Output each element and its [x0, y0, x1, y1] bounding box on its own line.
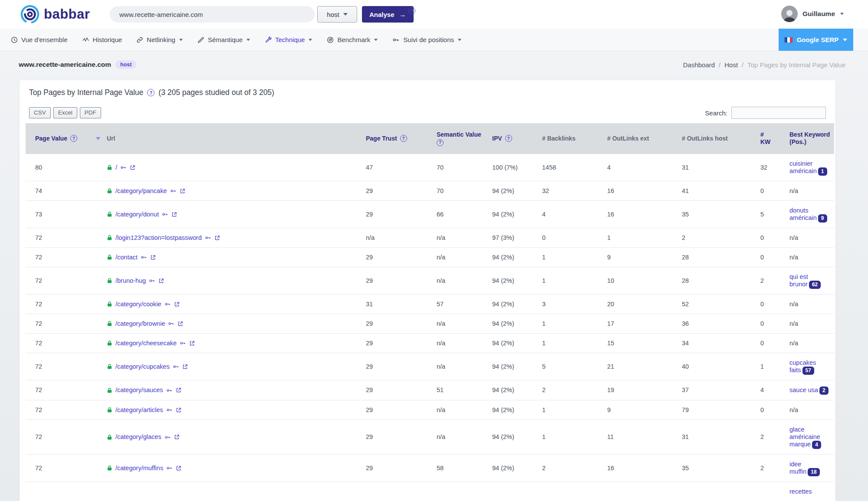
user-menu[interactable]: Guillaume: [781, 6, 844, 22]
help-icon[interactable]: ?: [70, 135, 77, 142]
url-link[interactable]: /: [115, 164, 117, 171]
key-icon[interactable]: [168, 321, 174, 327]
help-icon[interactable]: ?: [505, 135, 512, 142]
key-icon[interactable]: [162, 211, 168, 217]
url-link[interactable]: /category/muffins: [115, 465, 163, 472]
column-header-outlinks-ext[interactable]: # OutLinks ext: [607, 123, 682, 154]
external-link-icon[interactable]: [176, 387, 181, 393]
column-header-semantic-value[interactable]: Semantic Value ?: [437, 123, 492, 154]
external-link-icon[interactable]: [176, 465, 181, 471]
external-link-icon[interactable]: [214, 235, 220, 241]
cell-kw-count: 0: [760, 333, 789, 353]
url-link[interactable]: /category/cheesecake: [115, 340, 177, 347]
help-icon[interactable]: ?: [147, 89, 155, 96]
key-icon[interactable]: [164, 301, 171, 307]
export-csv-button[interactable]: CSV: [29, 107, 51, 118]
keyword-position-badge[interactable]: 57: [802, 367, 814, 375]
external-link-icon[interactable]: [174, 434, 180, 440]
url-link[interactable]: /category/cookie: [115, 301, 161, 308]
table-search-input[interactable]: [731, 107, 826, 119]
cell-outlinks-ext: [607, 481, 682, 501]
keyword-link[interactable]: n/a: [789, 254, 798, 261]
external-link-icon[interactable]: [130, 165, 135, 170]
external-link-icon[interactable]: [178, 321, 183, 327]
column-header-backlinks[interactable]: # Backlinks: [542, 123, 607, 154]
key-icon[interactable]: [166, 465, 173, 471]
nav-item-suivi-de-positions[interactable]: Suivi de positions: [392, 36, 462, 43]
nav-item-benchmark[interactable]: Benchmark: [327, 36, 378, 43]
column-header-ipv[interactable]: IPV?: [492, 123, 542, 154]
help-icon[interactable]: ?: [408, 7, 415, 14]
key-icon[interactable]: [120, 164, 127, 170]
avatar: [781, 6, 798, 22]
url-link[interactable]: /category/sauces: [115, 386, 163, 394]
scope-select[interactable]: host: [317, 6, 357, 23]
keyword-link[interactable]: n/a: [789, 340, 798, 347]
nav-item-vue-densemble[interactable]: Vue d'ensemble: [11, 36, 68, 43]
export-excel-button[interactable]: Excel: [53, 107, 77, 118]
keyword-position-badge[interactable]: 1: [818, 167, 827, 176]
url-link[interactable]: /contact: [115, 254, 138, 261]
analyse-button[interactable]: Analyse →: [362, 6, 414, 23]
url-link[interactable]: /login123?action=lostpassword: [115, 234, 202, 242]
nav-item-netlinking[interactable]: Netlinking: [136, 36, 183, 43]
column-header-best-keyword[interactable]: Best Keyword (Pos.): [789, 123, 834, 154]
column-header-kw[interactable]: # KW: [760, 123, 789, 154]
url-link[interactable]: /bruno-hug: [115, 277, 146, 285]
keyword-link[interactable]: n/a: [789, 301, 798, 308]
keyword-link[interactable]: idee muffin: [789, 461, 806, 475]
nav-item-historique[interactable]: Historique: [82, 36, 122, 43]
keyword-link[interactable]: qui est brunor: [789, 273, 808, 288]
column-header-url[interactable]: Url: [107, 123, 366, 154]
url-link[interactable]: /category/cupcakes: [115, 363, 170, 370]
key-icon[interactable]: [166, 387, 173, 393]
column-header-page-trust[interactable]: Page Trust?: [366, 123, 437, 154]
external-link-icon[interactable]: [171, 212, 177, 217]
nav-item-semantique[interactable]: Sémantique: [197, 36, 250, 43]
key-icon[interactable]: [180, 340, 186, 346]
external-link-icon[interactable]: [158, 278, 164, 284]
key-icon[interactable]: [149, 278, 155, 284]
breadcrumb-host[interactable]: Host: [724, 61, 738, 69]
keyword-link[interactable]: n/a: [789, 187, 798, 194]
keyword-link[interactable]: n/a: [789, 406, 798, 413]
external-link-icon[interactable]: [189, 341, 195, 346]
keyword-link[interactable]: donuts américain: [789, 207, 817, 221]
keyword-link[interactable]: n/a: [789, 234, 798, 241]
url-link[interactable]: /category/articles: [115, 406, 163, 414]
key-icon[interactable]: [164, 434, 171, 440]
key-icon[interactable]: [205, 235, 211, 241]
external-link-icon[interactable]: [150, 255, 156, 260]
url-analyze-input[interactable]: www.recette-americaine.com: [110, 6, 315, 23]
keyword-link[interactable]: sauce usa: [789, 386, 818, 393]
keyword-position-badge[interactable]: 4: [812, 441, 821, 449]
url-link[interactable]: /category/donut: [115, 211, 159, 218]
nav-item-technique[interactable]: Technique: [265, 36, 312, 43]
keyword-position-badge[interactable]: 62: [809, 281, 821, 289]
column-header-page-value[interactable]: Page Value?: [26, 123, 107, 154]
key-icon[interactable]: [170, 188, 177, 194]
help-icon[interactable]: ?: [437, 139, 444, 146]
key-icon[interactable]: [166, 407, 173, 413]
keyword-position-badge[interactable]: 18: [808, 468, 819, 476]
url-link[interactable]: /category/pancake: [115, 187, 167, 195]
keyword-position-badge[interactable]: 9: [818, 214, 827, 223]
keyword-position-badge[interactable]: 2: [819, 386, 829, 395]
breadcrumb-dashboard[interactable]: Dashboard: [683, 61, 715, 69]
url-link[interactable]: /category/glaces: [115, 433, 161, 441]
keyword-link[interactable]: recettes: [789, 488, 812, 495]
babbar-logo[interactable]: babbar: [20, 4, 90, 24]
external-link-icon[interactable]: [182, 364, 188, 370]
google-serp-button[interactable]: Google SERP: [779, 29, 853, 51]
key-icon[interactable]: [141, 254, 147, 260]
keyword-link[interactable]: cuisinier américain: [789, 160, 817, 174]
help-icon[interactable]: ?: [400, 135, 407, 142]
column-header-outlinks-host[interactable]: # OutLinks host: [682, 123, 760, 154]
external-link-icon[interactable]: [174, 301, 180, 307]
keyword-link[interactable]: n/a: [789, 320, 798, 327]
key-icon[interactable]: [173, 363, 179, 370]
export-pdf-button[interactable]: PDF: [80, 107, 101, 118]
external-link-icon[interactable]: [176, 407, 181, 413]
url-link[interactable]: /category/brownie: [115, 320, 165, 327]
external-link-icon[interactable]: [180, 188, 185, 194]
